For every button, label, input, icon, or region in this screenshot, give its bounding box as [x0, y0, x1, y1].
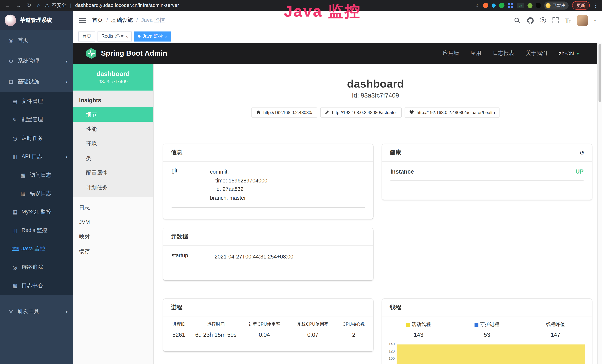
- sidebar-item-home[interactable]: 首页: [0, 30, 73, 51]
- update-button[interactable]: 更新: [572, 1, 590, 10]
- history-icon[interactable]: ↺: [580, 149, 584, 156]
- close-icon[interactable]: ×: [126, 34, 128, 39]
- extension-icon[interactable]: [536, 3, 541, 8]
- bookmark-star-icon[interactable]: ☆: [475, 3, 479, 8]
- sba-item-environment[interactable]: 环境: [73, 136, 153, 151]
- annotation-java-monitoring: Java 监控: [265, 1, 380, 22]
- sidebar-item-scheduled-tasks[interactable]: 定时任务: [0, 129, 73, 147]
- address-bar[interactable]: ⚠ 不安全 | dashboard.yudao.iocoder.cn/infra…: [45, 2, 475, 9]
- github-icon[interactable]: [527, 17, 534, 24]
- tab-label: Redis 监控: [101, 33, 124, 40]
- sba-item-details[interactable]: 细节: [73, 107, 153, 122]
- chevron-up-icon: ▴: [66, 154, 67, 159]
- search-icon[interactable]: [514, 17, 521, 24]
- tab-redis-monitor[interactable]: Redis 监控 ×: [97, 31, 132, 41]
- sba-item-logs[interactable]: 日志: [73, 200, 153, 215]
- extension-icon[interactable]: [508, 3, 510, 4]
- browser-window: ← → ↻ ⌂ ⚠ 不安全 | dashboard.yudao.iocoder.…: [0, 0, 602, 364]
- health-card: 健康 ↺ Instance UP: [382, 144, 592, 200]
- sba-item-jvm[interactable]: JVM: [73, 215, 153, 229]
- infrastructure-icon: [8, 79, 14, 85]
- sidebar-item-infrastructure[interactable]: 基础设施 ▴: [0, 71, 73, 92]
- extension-icon[interactable]: [483, 3, 488, 8]
- sidebar-item-mysql-monitor[interactable]: MySQL 监控: [0, 203, 73, 221]
- sba-nav-about[interactable]: 关于我们: [526, 50, 547, 57]
- sba-item-performance[interactable]: 性能: [73, 122, 153, 136]
- sidebar-item-config-management[interactable]: 配置管理: [0, 110, 73, 129]
- chart-plot-area: [397, 342, 587, 364]
- sba-item-config-properties[interactable]: 配置属性: [73, 166, 153, 180]
- legend-value: 143: [414, 331, 423, 338]
- sba-nav-wallboard[interactable]: 应用墙: [443, 50, 459, 57]
- app-logo[interactable]: 芋道管理系统: [0, 11, 73, 30]
- extension-icon[interactable]: [491, 3, 496, 8]
- service-url-link[interactable]: http://192.168.0.2:48080/: [251, 107, 317, 118]
- health-url-link[interactable]: http://192.168.0.2:48080/actuator/health: [405, 107, 499, 118]
- sba-navbar: Spring Boot Admin 应用墙 应用 日志报表 关于我们 zh-CN…: [73, 43, 597, 64]
- forward-icon[interactable]: →: [16, 3, 21, 8]
- sidebar-item-file-management[interactable]: 文件管理: [0, 92, 73, 110]
- home-icon[interactable]: ⌂: [37, 3, 40, 8]
- sidebar-item-api-logs[interactable]: API 日志 ▴: [0, 147, 73, 166]
- service-url-text: http://192.168.0.2:48080/: [263, 110, 312, 115]
- home-icon: [256, 110, 261, 115]
- extension-icon[interactable]: [527, 3, 532, 8]
- chevron-up-icon: ▴: [66, 80, 67, 84]
- chevron-down-icon: ▾: [66, 59, 67, 63]
- sba-sidebar-items: 日志 JVM 映射 缓存: [73, 200, 153, 258]
- browser-menu-kebab-icon[interactable]: ⋮: [593, 3, 598, 8]
- sidebar-item-java-monitor[interactable]: Java 监控: [0, 240, 73, 258]
- sba-item-mappings[interactable]: 映射: [73, 229, 153, 244]
- sidebar-item-dev-tools[interactable]: 研发工具 ▾: [0, 301, 73, 322]
- sidebar-item-label: API 日志: [22, 153, 43, 160]
- help-icon[interactable]: ?: [540, 17, 546, 23]
- breadcrumb-home[interactable]: 首页: [92, 17, 103, 24]
- sba-item-caches[interactable]: 缓存: [73, 244, 153, 258]
- user-avatar[interactable]: [577, 15, 588, 26]
- extension-icon[interactable]: [499, 3, 505, 8]
- hamburger-icon[interactable]: [79, 18, 86, 23]
- sba-instance-header[interactable]: dashboard 93a3fc7f7409: [73, 64, 153, 91]
- tab-home[interactable]: 首页: [78, 31, 95, 41]
- health-row: Instance UP: [390, 162, 584, 181]
- heartbeat-icon: [409, 110, 414, 115]
- reload-icon[interactable]: ↻: [27, 3, 31, 8]
- sba-locale-select[interactable]: zh-CN ▼: [559, 50, 580, 56]
- actuator-url-link[interactable]: http://192.168.0.2:48080/actuator: [320, 107, 402, 118]
- process-column-header: 系统CPU使用率: [297, 321, 329, 327]
- sba-brand[interactable]: Spring Boot Admin: [86, 48, 167, 59]
- pencil-icon: [11, 117, 18, 123]
- avatar-caret-icon[interactable]: ▾: [594, 18, 596, 22]
- legend-peak-threads: 线程峰值: [546, 321, 565, 328]
- extension-icon[interactable]: on: [517, 3, 524, 8]
- sidebar-item-system-management[interactable]: 系统管理 ▾: [0, 51, 73, 71]
- scrollbar-thumb[interactable]: [599, 44, 601, 102]
- legend-value: 147: [551, 331, 560, 338]
- sidebar-item-error-logs[interactable]: 错误日志: [0, 184, 73, 203]
- tab-java-monitor[interactable]: Java 监控 ×: [134, 31, 171, 41]
- close-icon[interactable]: ×: [165, 34, 167, 39]
- sidebar-item-label: 配置管理: [22, 116, 43, 123]
- sba-brand-title: Spring Boot Admin: [101, 49, 167, 58]
- breadcrumb-section[interactable]: 基础设施: [111, 17, 133, 24]
- fullscreen-icon[interactable]: [552, 17, 559, 24]
- url-text[interactable]: dashboard.yudao.iocoder.cn/infra/admin-s…: [75, 3, 179, 8]
- sba-item-scheduled-tasks[interactable]: 计划任务: [73, 180, 153, 195]
- sba-nav-journal[interactable]: 日志报表: [493, 50, 514, 57]
- sidebar-item-trace[interactable]: 链路追踪: [0, 258, 73, 277]
- sba-nav-applications[interactable]: 应用: [471, 50, 481, 57]
- sidebar-item-access-logs[interactable]: 访问日志: [0, 166, 73, 184]
- back-icon[interactable]: ←: [5, 3, 10, 8]
- sidebar-item-redis-monitor[interactable]: Redis 监控: [0, 221, 73, 240]
- font-size-icon[interactable]: TT: [565, 17, 571, 23]
- paused-badge[interactable]: 已暂停: [544, 1, 569, 9]
- health-card-title: 健康: [390, 149, 401, 156]
- process-value: 0.04: [259, 331, 270, 338]
- page-scrollbar[interactable]: [597, 43, 602, 364]
- process-column-header: 进程CPU使用率: [249, 321, 280, 327]
- access-log-icon: [20, 172, 27, 178]
- threads-card: 线程 活动线程 守护进程 线程峰值 143 53 147 1: [382, 299, 592, 364]
- sidebar-item-log-center[interactable]: 日志中心: [0, 277, 73, 295]
- sba-item-classes[interactable]: 类: [73, 151, 153, 166]
- metadata-value: 2021-04-27T00:44:31.254+08:00: [215, 252, 365, 261]
